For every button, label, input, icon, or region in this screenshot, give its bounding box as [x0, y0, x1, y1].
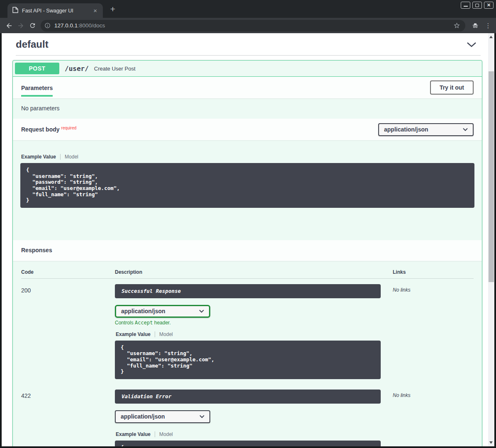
response-200-media-type-select[interactable]: application/json	[115, 305, 210, 318]
minimize-icon	[464, 6, 468, 7]
tab-close-icon[interactable]: ×	[92, 7, 99, 15]
try-it-out-button[interactable]: Try it out	[430, 80, 474, 95]
section-title: default	[16, 39, 49, 50]
responses-header: Responses	[13, 240, 482, 261]
note-prefix: Controls	[115, 320, 135, 326]
window-controls: ✕	[461, 2, 494, 9]
tab-divider	[155, 431, 155, 437]
response-code: 200	[21, 284, 115, 379]
parameters-body: No parameters	[13, 98, 482, 119]
selected-media-type: application/json	[121, 308, 165, 314]
no-parameters-text: No parameters	[21, 105, 60, 112]
request-body-media-type-select[interactable]: application/json	[378, 123, 474, 136]
response-422-media-type-select[interactable]: application/json	[115, 410, 210, 423]
responses-table-head: Code Description Links	[21, 265, 474, 279]
request-body-title-wrap: Request bodyrequired	[21, 126, 76, 133]
tab-parameters[interactable]: Parameters	[21, 85, 53, 97]
post-operation-block: POST /user/ Create User Post Parameters …	[12, 60, 482, 446]
media-type-wrap: application/json	[115, 410, 393, 423]
tab-divider	[155, 331, 155, 337]
tab-title: Fast API - Swagger UI	[22, 8, 88, 14]
browser-toolbar: 127.0.0.1:8000/docs ⋮	[0, 18, 496, 33]
tab-example-value[interactable]: Example Value	[116, 331, 151, 337]
media-type-wrap: application/json Controls Accept header.	[115, 305, 393, 326]
scrollbar-up-arrow-icon[interactable]	[489, 36, 493, 38]
method-badge: POST	[15, 63, 59, 74]
forward-button[interactable]	[15, 20, 27, 32]
section-collapse-chevron-icon[interactable]	[464, 40, 479, 49]
tab-model[interactable]: Model	[65, 154, 78, 160]
chevron-down-icon	[199, 309, 204, 313]
close-button[interactable]: ✕	[484, 2, 494, 9]
responses-title: Responses	[21, 247, 52, 253]
site-info-icon[interactable]	[44, 22, 51, 29]
tab-example-value[interactable]: Example Value	[116, 431, 151, 437]
request-body-header: Request bodyrequired application/json	[13, 119, 482, 140]
url-text: 127.0.0.1:8000/docs	[54, 22, 450, 29]
scrollbar-down-arrow-icon[interactable]	[489, 441, 493, 444]
response-row-422: 422 Validation Error application/json	[21, 384, 474, 446]
tab-example-value[interactable]: Example Value	[21, 154, 56, 160]
note-suffix: header.	[153, 320, 170, 326]
response-row-200: 200 Successful Response application/json	[21, 279, 474, 384]
tab-model[interactable]: Model	[159, 331, 173, 337]
responses-table: Code Description Links 200 Successful Re…	[13, 261, 482, 446]
page-favicon-icon	[12, 7, 18, 15]
back-button[interactable]	[3, 20, 15, 32]
tab-divider	[60, 154, 61, 160]
request-body-title: Request body	[21, 126, 60, 133]
chevron-down-icon	[199, 415, 204, 418]
browser-window: Fast API - Swagger UI × + ✕ 127.0.0.1:80…	[0, 0, 496, 448]
url-path: :8000/docs	[78, 22, 105, 29]
swagger-page: default POST /user/ Create User Post Par…	[0, 33, 496, 446]
column-code: Code	[21, 269, 115, 275]
example-model-tabs: Example Value Model	[116, 431, 392, 437]
request-body-example-code[interactable]: { "username": "string", "password": "str…	[20, 163, 474, 208]
column-links: Links	[393, 269, 474, 275]
operation-path: /user/	[65, 65, 89, 73]
operation-summary-text: Create User Post	[94, 66, 136, 72]
chevron-down-icon	[463, 128, 468, 131]
bookmark-star-icon[interactable]	[453, 22, 460, 29]
controls-accept-note: Controls Accept header.	[115, 320, 393, 326]
browser-menu-icon[interactable]: ⋮	[484, 22, 493, 29]
address-bar[interactable]: 127.0.0.1:8000/docs	[41, 20, 465, 32]
selected-media-type: application/json	[384, 126, 428, 133]
new-tab-button[interactable]: +	[107, 4, 119, 15]
example-model-tabs: Example Value Model	[116, 331, 392, 337]
selected-media-type: application/json	[121, 413, 165, 420]
example-model-tabs: Example Value Model	[21, 154, 474, 160]
maximize-button[interactable]	[472, 2, 482, 9]
required-flag: required	[61, 126, 77, 130]
note-code: Accept	[135, 320, 153, 326]
response-description-cell: Successful Response application/json Con…	[115, 284, 393, 379]
scrollbar-thumb[interactable]	[489, 71, 494, 282]
parameters-header: Parameters Try it out	[13, 77, 482, 98]
response-links: No links	[393, 284, 474, 379]
response-200-example-code[interactable]: { "username": "string", "email": "user@e…	[115, 341, 381, 379]
api-section-header: default	[16, 33, 481, 56]
response-description: Validation Error	[115, 390, 381, 404]
minimize-button[interactable]	[461, 2, 470, 9]
response-links: No links	[393, 390, 474, 446]
tab-model[interactable]: Model	[159, 431, 173, 437]
tab-strip: Fast API - Swagger UI × + ✕	[0, 0, 496, 18]
response-description: Successful Response	[115, 284, 381, 298]
response-422-example-code[interactable]: { "detail": [	[115, 441, 381, 446]
reload-button[interactable]	[27, 20, 38, 32]
page-scrollbar[interactable]	[488, 33, 494, 446]
response-code: 422	[21, 390, 115, 446]
operation-summary[interactable]: POST /user/ Create User Post	[13, 61, 482, 77]
request-body-section: Example Value Model { "username": "strin…	[13, 154, 482, 208]
swagger-content: default POST /user/ Create User Post Par…	[2, 33, 494, 446]
column-description: Description	[115, 269, 393, 275]
close-icon: ✕	[487, 3, 491, 7]
response-description-cell: Validation Error application/json	[115, 390, 393, 446]
incognito-icon	[471, 22, 479, 29]
url-host: 127.0.0.1	[54, 22, 78, 29]
maximize-icon	[475, 4, 479, 7]
browser-tab[interactable]: Fast API - Swagger UI ×	[7, 3, 103, 18]
